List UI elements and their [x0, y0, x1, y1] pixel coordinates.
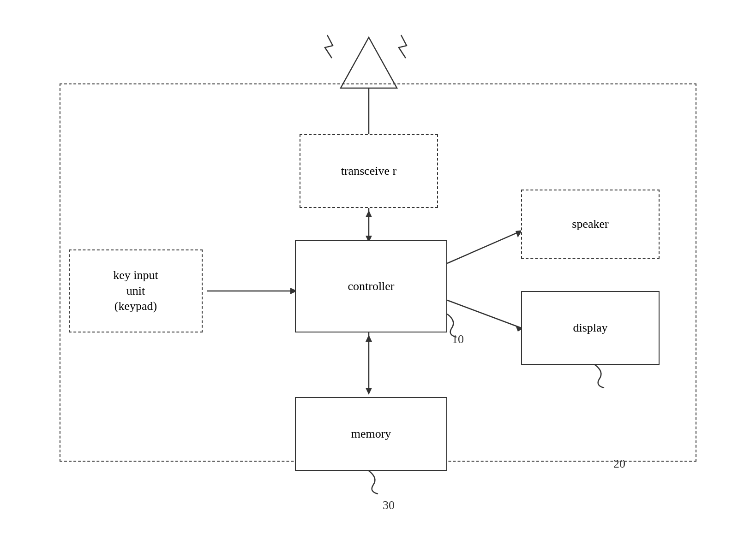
speaker-label: speaker — [572, 216, 608, 232]
controller-label: controller — [348, 279, 394, 294]
speaker-block: speaker — [521, 190, 660, 259]
label-30: 30 — [383, 498, 395, 512]
label-10: 10 — [452, 332, 464, 346]
svg-marker-0 — [341, 37, 397, 88]
diagram-container: transceive r key inputunit(keypad) contr… — [32, 28, 724, 512]
controller-block: controller — [295, 240, 447, 332]
memory-label: memory — [351, 426, 391, 442]
display-block: display — [521, 291, 660, 365]
memory-block: memory — [295, 397, 447, 471]
key-input-block: key inputunit(keypad) — [69, 249, 203, 332]
display-label: display — [573, 320, 607, 336]
transceiver-block: transceive r — [300, 134, 438, 208]
label-20: 20 — [613, 457, 625, 471]
key-input-label: key inputunit(keypad) — [113, 267, 158, 314]
transceiver-label: transceive r — [341, 163, 397, 179]
